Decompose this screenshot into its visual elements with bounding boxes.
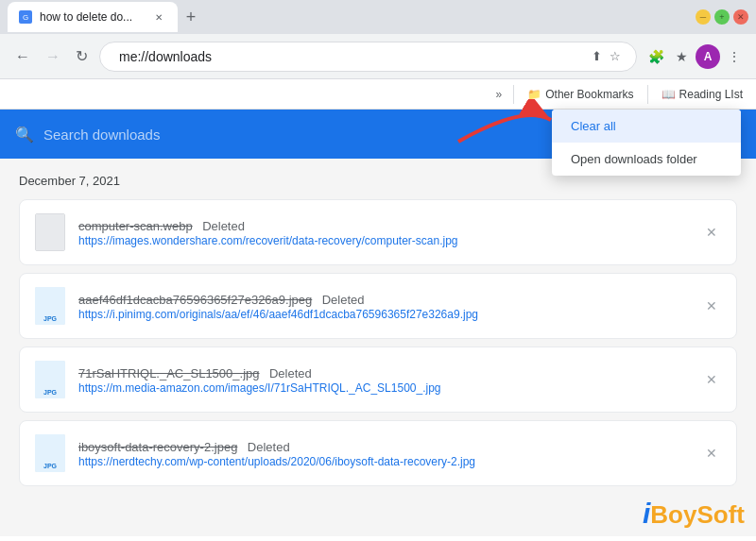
file-name: computer-scan.webp [78, 219, 193, 233]
file-url[interactable]: https://images.wondershare.com/recoverit… [78, 234, 689, 247]
svg-text:JPG: JPG [43, 315, 58, 322]
file-info: iboysoft-data-recovery-2.jpeg Deleted ht… [78, 438, 689, 468]
bookmark-star-icon[interactable]: ☆ [606, 45, 625, 67]
item-close-button[interactable]: ✕ [702, 221, 721, 244]
pin-icon[interactable]: ★ [672, 45, 692, 68]
download-item: JPG 71rSaHTRIQL._AC_SL1500_.jpg Deleted … [19, 347, 737, 413]
svg-rect-0 [37, 214, 64, 250]
back-button[interactable]: ← [11, 44, 34, 69]
file-name: 71rSaHTRIQL._AC_SL1500_.jpg [78, 366, 260, 380]
tab-title: how to delete do... [40, 10, 144, 24]
tab-favicon: G [19, 10, 32, 24]
watermark-brand: BoyS​oft [650, 500, 745, 529]
tab-close-button[interactable]: ✕ [151, 9, 166, 25]
file-url[interactable]: https://m.media-amazon.com/images/I/71rS… [78, 381, 689, 395]
svg-text:JPG: JPG [43, 463, 58, 469]
reload-button[interactable]: ↻ [72, 43, 92, 69]
open-downloads-folder-menu-item[interactable]: Open downloads folder [552, 143, 741, 176]
share-icon[interactable]: ⬆ [588, 45, 606, 67]
svg-text:JPG: JPG [43, 389, 58, 396]
reading-list-button[interactable]: 📖 Reading LIst [656, 86, 748, 103]
dropdown-menu: Clear all Open downloads folder [552, 110, 741, 176]
bookmarks-bar: » 📁 Other Bookmarks 📖 Reading LIst [0, 79, 756, 110]
file-name: iboysoft-data-recovery-2.jpeg [78, 440, 237, 454]
file-info: computer-scan.webp Deleted https://image… [78, 217, 689, 247]
file-info: aaef46df1dcacba76596365f27e326a9.jpeg De… [78, 291, 689, 321]
downloads-content: December 7, 2021 computer-scan.webp Dele… [0, 159, 756, 536]
address-bar: ← → ↻ ⬆ ☆ 🧩 ★ A ⋮ [0, 34, 756, 79]
file-status: Deleted [269, 366, 312, 380]
file-url[interactable]: https://i.pinimg.com/originals/aa/ef/46/… [78, 308, 689, 321]
file-icon: JPG [35, 361, 65, 398]
iboysoft-watermark: iBoyS​oft [643, 498, 745, 530]
forward-button[interactable]: → [42, 44, 64, 69]
window-close-button[interactable]: ✕ [733, 9, 748, 25]
download-item: JPG iboysoft-data-recovery-2.jpeg Delete… [19, 420, 737, 486]
window-maximize-button[interactable]: + [714, 9, 730, 25]
reading-list-label: Reading LIst [679, 88, 743, 101]
file-name: aaef46df1dcacba76596365f27e326a9.jpeg [78, 293, 312, 307]
avatar[interactable]: A [696, 44, 720, 69]
active-tab[interactable]: G how to delete do... ✕ [8, 2, 178, 32]
date-section: December 7, 2021 [19, 174, 737, 188]
download-item: computer-scan.webp Deleted https://image… [19, 199, 737, 265]
item-close-button[interactable]: ✕ [702, 368, 721, 391]
reading-list-icon: 📖 [662, 88, 676, 101]
title-bar: G how to delete do... ✕ + ─ + ✕ [0, 0, 756, 34]
file-icon: JPG [35, 434, 65, 472]
window-controls: ─ + ✕ [696, 9, 748, 25]
item-close-button[interactable]: ✕ [702, 295, 721, 317]
new-tab-button[interactable]: + [178, 4, 204, 30]
item-close-button[interactable]: ✕ [702, 442, 721, 465]
separator2 [647, 85, 648, 104]
chrome-menu-icon[interactable]: ⋮ [724, 45, 745, 68]
file-status: Deleted [322, 293, 365, 307]
download-item: JPG aaef46df1dcacba76596365f27e326a9.jpe… [19, 273, 737, 339]
tab-strip: G how to delete do... ✕ + [8, 0, 692, 34]
file-info: 71rSaHTRIQL._AC_SL1500_.jpg Deleted http… [78, 364, 689, 395]
file-status: Deleted [202, 219, 245, 233]
address-input[interactable] [112, 45, 588, 68]
extensions-area: 🧩 ★ A ⋮ [644, 44, 745, 69]
extensions-icon[interactable]: 🧩 [644, 45, 668, 68]
window-minimize-button[interactable]: ─ [696, 9, 711, 25]
file-status: Deleted [248, 440, 290, 454]
clear-all-menu-item[interactable]: Clear all [552, 110, 741, 143]
file-icon: JPG [35, 287, 65, 325]
file-url[interactable]: https://nerdtechy.com/wp-content/uploads… [78, 455, 689, 468]
file-icon [35, 213, 65, 251]
search-icon: 🔍 [15, 126, 34, 144]
red-arrow [449, 99, 562, 150]
